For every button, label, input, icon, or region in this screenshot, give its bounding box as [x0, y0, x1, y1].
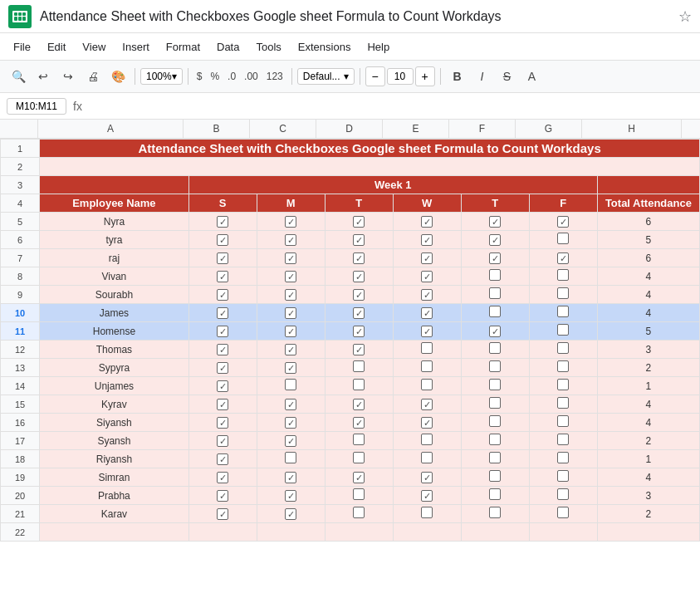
num-format-button[interactable]: 123 — [263, 69, 286, 84]
empty-cell[interactable] — [393, 523, 461, 542]
search-button[interactable]: 🔍 — [7, 65, 30, 88]
check-cell[interactable] — [393, 286, 461, 304]
font-size-decrease[interactable]: − — [365, 66, 385, 86]
col-header-h[interactable]: H — [582, 120, 682, 138]
check-cell[interactable] — [461, 377, 529, 395]
percent-button[interactable]: % — [207, 69, 223, 84]
italic-button[interactable]: I — [471, 65, 494, 88]
check-cell[interactable] — [325, 267, 393, 286]
col-header-d[interactable]: D — [316, 120, 383, 138]
check-cell[interactable] — [529, 450, 597, 468]
check-cell[interactable] — [325, 450, 393, 468]
check-cell[interactable] — [188, 414, 257, 432]
check-cell[interactable] — [461, 322, 529, 341]
check-cell[interactable] — [393, 505, 461, 523]
check-cell[interactable] — [325, 359, 393, 377]
check-cell[interactable] — [461, 304, 529, 322]
check-cell[interactable] — [257, 468, 325, 487]
menu-help[interactable]: Help — [360, 37, 396, 56]
check-cell[interactable] — [393, 304, 461, 322]
check-cell[interactable] — [461, 432, 529, 450]
check-cell[interactable] — [257, 377, 325, 395]
menu-format[interactable]: Format — [159, 37, 207, 56]
menu-extensions[interactable]: Extensions — [291, 37, 358, 56]
check-cell[interactable] — [188, 322, 257, 341]
check-cell[interactable] — [188, 487, 257, 505]
check-cell[interactable] — [257, 359, 325, 377]
check-cell[interactable] — [188, 359, 257, 377]
check-cell[interactable] — [325, 213, 393, 231]
check-cell[interactable] — [393, 341, 461, 359]
text-color-button[interactable]: A — [521, 65, 544, 88]
check-cell[interactable] — [257, 341, 325, 359]
check-cell[interactable] — [393, 450, 461, 468]
check-cell[interactable] — [188, 249, 257, 267]
empty-cell[interactable] — [529, 523, 597, 542]
check-cell[interactable] — [257, 249, 325, 267]
check-cell[interactable] — [529, 341, 597, 359]
check-cell[interactable] — [529, 359, 597, 377]
check-cell[interactable] — [461, 414, 529, 432]
check-cell[interactable] — [393, 213, 461, 231]
check-cell[interactable] — [461, 231, 529, 249]
star-icon[interactable]: ☆ — [678, 7, 692, 26]
col-header-f[interactable]: F — [449, 120, 516, 138]
empty-cell[interactable] — [40, 523, 188, 542]
check-cell[interactable] — [461, 213, 529, 231]
check-cell[interactable] — [393, 487, 461, 505]
check-cell[interactable] — [529, 432, 597, 450]
check-cell[interactable] — [257, 231, 325, 249]
check-cell[interactable] — [529, 286, 597, 304]
check-cell[interactable] — [325, 395, 393, 414]
decimal2-button[interactable]: .00 — [241, 69, 262, 84]
check-cell[interactable] — [461, 487, 529, 505]
menu-view[interactable]: View — [76, 37, 112, 56]
check-cell[interactable] — [257, 505, 325, 523]
check-cell[interactable] — [393, 377, 461, 395]
check-cell[interactable] — [461, 341, 529, 359]
check-cell[interactable] — [325, 322, 393, 341]
check-cell[interactable] — [529, 377, 597, 395]
menu-data[interactable]: Data — [210, 37, 246, 56]
check-cell[interactable] — [461, 505, 529, 523]
paint-format-button[interactable]: 🎨 — [106, 65, 130, 88]
strikethrough-button[interactable]: S — [496, 65, 519, 88]
check-cell[interactable] — [188, 213, 257, 231]
menu-file[interactable]: File — [7, 37, 37, 56]
menu-tools[interactable]: Tools — [249, 37, 287, 56]
check-cell[interactable] — [325, 249, 393, 267]
font-size-input[interactable] — [387, 68, 414, 85]
col-header-c[interactable]: C — [250, 120, 316, 138]
check-cell[interactable] — [393, 249, 461, 267]
formula-input[interactable] — [89, 100, 693, 112]
check-cell[interactable] — [257, 414, 325, 432]
check-cell[interactable] — [188, 286, 257, 304]
check-cell[interactable] — [461, 286, 529, 304]
check-cell[interactable] — [188, 231, 257, 249]
zoom-control[interactable]: 100% ▾ — [140, 68, 183, 85]
empty-cell[interactable] — [188, 523, 257, 542]
check-cell[interactable] — [325, 414, 393, 432]
check-cell[interactable] — [325, 286, 393, 304]
check-cell[interactable] — [325, 505, 393, 523]
check-cell[interactable] — [529, 487, 597, 505]
undo-button[interactable]: ↩ — [32, 65, 55, 88]
check-cell[interactable] — [325, 377, 393, 395]
check-cell[interactable] — [257, 267, 325, 286]
check-cell[interactable] — [393, 359, 461, 377]
check-cell[interactable] — [325, 304, 393, 322]
check-cell[interactable] — [257, 487, 325, 505]
check-cell[interactable] — [188, 505, 257, 523]
check-cell[interactable] — [393, 432, 461, 450]
cell-reference[interactable] — [7, 98, 66, 115]
check-cell[interactable] — [529, 505, 597, 523]
empty-cell[interactable] — [325, 523, 393, 542]
check-cell[interactable] — [393, 322, 461, 341]
check-cell[interactable] — [461, 395, 529, 414]
check-cell[interactable] — [461, 359, 529, 377]
check-cell[interactable] — [188, 341, 257, 359]
check-cell[interactable] — [257, 322, 325, 341]
check-cell[interactable] — [188, 432, 257, 450]
col-header-b[interactable]: B — [184, 120, 250, 138]
check-cell[interactable] — [257, 286, 325, 304]
